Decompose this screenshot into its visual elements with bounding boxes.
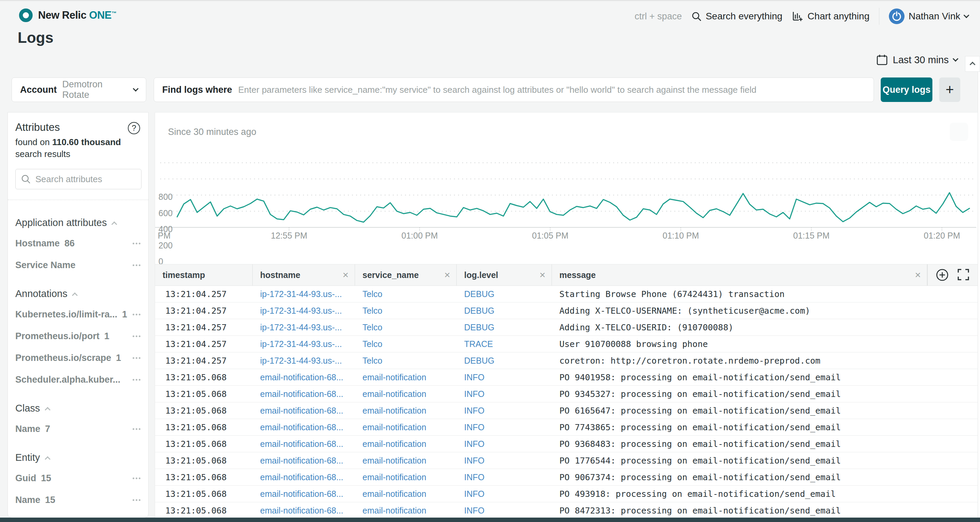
cell-service-name[interactable]: email-notification [355, 456, 457, 466]
add-query-button[interactable]: + [939, 78, 960, 102]
cell-log-level[interactable]: INFO [457, 373, 552, 382]
remove-column-icon[interactable]: × [536, 269, 546, 281]
more-options-icon[interactable] [136, 243, 137, 244]
more-options-icon[interactable] [136, 335, 137, 337]
remove-column-icon[interactable]: × [441, 269, 450, 281]
search-everything-button[interactable]: Search everything [691, 11, 783, 22]
cell-log-level[interactable]: INFO [457, 456, 552, 466]
cell-log-level[interactable]: INFO [457, 389, 552, 399]
more-options-icon[interactable] [136, 428, 137, 430]
cell-service-name[interactable]: Telco [355, 322, 457, 332]
sidebar-attribute-item[interactable]: Type 1 [15, 511, 141, 518]
table-row[interactable]: 13:21:05.068 email-notification-68... em… [155, 386, 978, 402]
expand-table-button[interactable] [957, 268, 970, 282]
cell-service-name[interactable]: email-notification [355, 422, 457, 432]
more-options-icon[interactable] [136, 314, 137, 316]
cell-service-name[interactable]: Telco [355, 289, 457, 299]
cell-service-name[interactable]: email-notification [355, 472, 457, 482]
more-options-icon[interactable] [136, 357, 137, 359]
sidebar-section-header[interactable]: Application attributes [15, 217, 141, 228]
sidebar-attribute-item[interactable]: Name 15 [15, 489, 141, 511]
time-range-picker[interactable]: Last 30 mins [876, 54, 958, 66]
cell-service-name[interactable]: Telco [355, 339, 457, 349]
search-attributes-input[interactable] [15, 169, 142, 189]
more-options-icon[interactable] [136, 379, 137, 381]
cell-hostname[interactable]: ip-172-31-44-93.us-... [253, 289, 355, 299]
sidebar-attribute-item[interactable]: Scheduler.alpha.kuber... [15, 369, 141, 390]
table-row[interactable]: 13:21:05.068 email-notification-68... em… [155, 402, 978, 419]
cell-log-level[interactable]: DEBUG [457, 289, 552, 299]
cell-log-level[interactable]: INFO [457, 506, 552, 516]
cell-log-level[interactable]: DEBUG [457, 306, 552, 316]
sidebar-section-header[interactable]: Annotations [15, 288, 141, 300]
cell-service-name[interactable]: email-notification [355, 406, 457, 416]
cell-service-name[interactable]: email-notification [355, 373, 457, 382]
scroll-up-button[interactable] [965, 56, 980, 72]
remove-column-icon[interactable]: × [339, 269, 348, 281]
scrollbar[interactable] [978, 56, 980, 522]
cell-log-level[interactable]: DEBUG [457, 356, 552, 366]
cell-hostname[interactable]: ip-172-31-44-93.us-... [253, 306, 355, 316]
cell-log-level[interactable]: DEBUG [457, 322, 552, 332]
cell-log-level[interactable]: INFO [457, 439, 552, 449]
cell-service-name[interactable]: email-notification [355, 506, 457, 516]
query-logs-button[interactable]: Query logs [881, 78, 932, 102]
cell-log-level[interactable]: INFO [457, 406, 552, 416]
chart-anything-button[interactable]: Chart anything [792, 11, 870, 22]
column-header-hostname[interactable]: hostname× [253, 264, 355, 286]
sidebar-attribute-item[interactable]: Hostname 86 [15, 232, 141, 254]
cell-hostname[interactable]: email-notification-68... [253, 439, 355, 449]
more-options-icon[interactable] [136, 264, 137, 266]
column-header-log-level[interactable]: log.level× [457, 264, 552, 286]
column-header-timestamp[interactable]: timestamp [155, 264, 253, 286]
cell-service-name[interactable]: email-notification [355, 439, 457, 449]
cell-hostname[interactable]: email-notification-68... [253, 456, 355, 466]
cell-hostname[interactable]: email-notification-68... [253, 406, 355, 416]
help-icon[interactable]: ? [128, 122, 140, 134]
cell-service-name[interactable]: email-notification [355, 389, 457, 399]
table-row[interactable]: 13:21:04.257 ip-172-31-44-93.us-... Telc… [155, 319, 978, 336]
cell-hostname[interactable]: email-notification-68... [253, 373, 355, 382]
more-options-icon[interactable] [136, 478, 137, 479]
column-header-message[interactable]: message× [552, 264, 927, 286]
account-selector[interactable]: Account Demotron Rotate [11, 78, 146, 102]
table-row[interactable]: 13:21:05.068 email-notification-68... em… [155, 486, 978, 502]
cell-log-level[interactable]: INFO [457, 472, 552, 482]
new-relic-logo[interactable]: New Relic ONE™ [19, 8, 116, 22]
table-row[interactable]: 13:21:04.257 ip-172-31-44-93.us-... Telc… [155, 352, 978, 369]
table-row[interactable]: 13:21:05.068 email-notification-68... em… [155, 419, 978, 436]
cell-log-level[interactable]: INFO [457, 489, 552, 499]
sidebar-attribute-item[interactable]: Kubernetes.io/limit-ra... 1 [15, 303, 141, 325]
sidebar-attribute-item[interactable]: Guid 15 [15, 467, 141, 489]
sidebar-attribute-item[interactable]: Name 7 [15, 418, 141, 440]
table-row[interactable]: 13:21:04.257 ip-172-31-44-93.us-... Telc… [155, 286, 978, 303]
cell-service-name[interactable]: Telco [355, 306, 457, 316]
cell-service-name[interactable]: email-notification [355, 489, 457, 499]
add-column-button[interactable] [935, 268, 949, 282]
sidebar-attribute-item[interactable]: Prometheus.io/scrape 1 [15, 347, 141, 369]
sidebar-section-header[interactable]: Entity [15, 452, 141, 463]
cell-hostname[interactable]: email-notification-68... [253, 422, 355, 432]
table-row[interactable]: 13:21:05.068 email-notification-68... em… [155, 452, 978, 469]
more-options-icon[interactable] [136, 499, 137, 501]
cell-hostname[interactable]: email-notification-68... [253, 489, 355, 499]
cell-hostname[interactable]: ip-172-31-44-93.us-... [253, 339, 355, 349]
sidebar-attribute-item[interactable]: Service Name [15, 254, 141, 276]
cell-hostname[interactable]: ip-172-31-44-93.us-... [253, 322, 355, 332]
table-row[interactable]: 13:21:04.257 ip-172-31-44-93.us-... Telc… [155, 303, 978, 319]
remove-column-icon[interactable]: × [911, 269, 921, 281]
chart-options-button[interactable] [950, 123, 968, 141]
table-row[interactable]: 13:21:04.257 ip-172-31-44-93.us-... Telc… [155, 336, 978, 352]
sidebar-attribute-item[interactable]: Prometheus.io/port 1 [15, 325, 141, 347]
cell-log-level[interactable]: INFO [457, 422, 552, 432]
table-row[interactable]: 13:21:05.068 email-notification-68... em… [155, 436, 978, 452]
column-header-service-name[interactable]: service_name× [355, 264, 457, 286]
cell-hostname[interactable]: email-notification-68... [253, 506, 355, 516]
cell-hostname[interactable]: email-notification-68... [253, 472, 355, 482]
cell-log-level[interactable]: TRACE [457, 339, 552, 349]
user-menu[interactable]: Nathan Vink [889, 8, 969, 24]
cell-hostname[interactable]: email-notification-68... [253, 389, 355, 399]
cell-hostname[interactable]: ip-172-31-44-93.us-... [253, 356, 355, 366]
cell-service-name[interactable]: Telco [355, 356, 457, 366]
table-row[interactable]: 13:21:05.068 email-notification-68... em… [155, 469, 978, 486]
